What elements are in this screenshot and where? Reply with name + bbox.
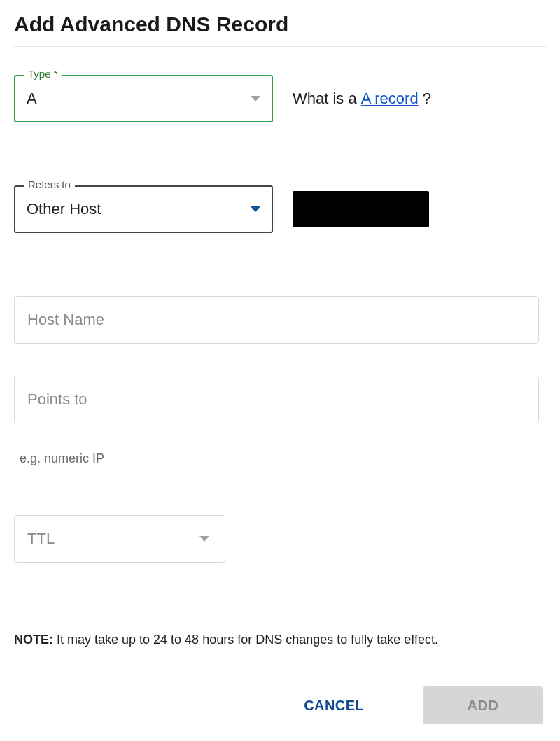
chevron-down-icon bbox=[251, 96, 260, 101]
type-row: Type * A What is a A record ? bbox=[14, 75, 546, 122]
type-help-suffix: ? bbox=[423, 90, 431, 108]
hostname-input[interactable]: Host Name bbox=[14, 296, 539, 344]
redacted-block bbox=[293, 191, 429, 227]
note-text: NOTE: It may take up to 24 to 48 hours f… bbox=[14, 633, 546, 647]
refers-label: Refers to bbox=[24, 178, 75, 190]
chevron-down-icon bbox=[251, 206, 260, 212]
refers-row: Refers to Other Host bbox=[14, 185, 546, 233]
ttl-row: TTL bbox=[14, 515, 546, 563]
note-label: NOTE: bbox=[14, 633, 53, 647]
dialog-title: Add Advanced DNS Record bbox=[14, 13, 546, 36]
pointsto-input[interactable]: Points to bbox=[14, 376, 539, 423]
divider bbox=[14, 46, 546, 47]
ttl-placeholder: TTL bbox=[27, 530, 55, 548]
type-label: Type * bbox=[24, 68, 62, 80]
refers-select-value: Other Host bbox=[27, 200, 101, 218]
dns-add-dialog: Add Advanced DNS Record Type * A What is… bbox=[0, 0, 560, 738]
pointsto-placeholder: Points to bbox=[27, 390, 88, 409]
ttl-select[interactable]: TTL bbox=[14, 515, 225, 563]
a-record-link[interactable]: A record bbox=[361, 90, 419, 108]
note-body: It may take up to 24 to 48 hours for DNS… bbox=[53, 633, 438, 647]
chevron-down-icon bbox=[200, 536, 209, 542]
type-select-wrapper: Type * A bbox=[14, 75, 273, 122]
hostname-placeholder: Host Name bbox=[27, 311, 104, 329]
type-select-value: A bbox=[27, 90, 37, 108]
dialog-buttons: CANCEL ADD bbox=[14, 686, 546, 724]
pointsto-hint: e.g. numeric IP bbox=[14, 451, 546, 466]
refers-select[interactable]: Other Host bbox=[14, 185, 273, 233]
type-select[interactable]: A bbox=[14, 75, 273, 122]
type-help-text: What is a A record ? bbox=[293, 90, 431, 108]
add-button[interactable]: ADD bbox=[423, 686, 543, 724]
type-help-prefix: What is a bbox=[293, 90, 357, 108]
refers-select-wrapper: Refers to Other Host bbox=[14, 185, 273, 233]
cancel-button[interactable]: CANCEL bbox=[304, 698, 364, 714]
